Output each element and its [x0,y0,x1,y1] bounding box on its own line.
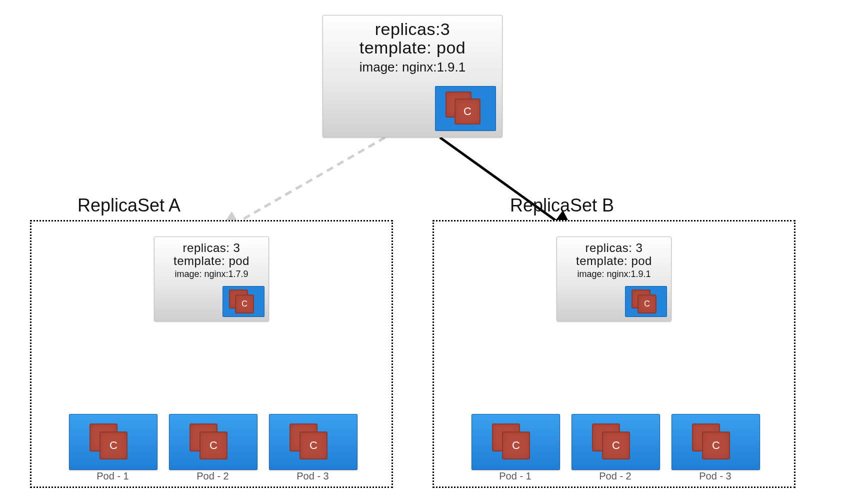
rsb-template-label: template: pod [557,254,671,268]
rsa-pod-1-label: Pod - 1 [69,470,156,482]
container-icon-front: C [502,432,530,460]
replicaset-b-group: replicas: 3 template: pod image: nginx:1… [432,220,796,488]
container-icon-front: C [602,432,630,460]
rsb-pod-3: C [672,414,760,470]
rsa-pod-3: C [269,414,358,470]
container-icon: C [632,290,662,314]
container-icon-front: C [235,294,254,314]
container-icon: C [446,92,486,126]
diagram-stage: replicas:3 template: pod image: nginx:1.… [0,0,868,503]
deployment-pod-plate: C [435,86,496,131]
rsa-replicas-label: replicas: 3 [154,241,268,255]
rsa-pod-1: C [69,414,158,470]
rsa-pod-plate: C [222,286,264,317]
deployment-image-label: image: nginx:1.9.1 [323,60,502,75]
rsa-pod-2-label: Pod - 2 [169,470,256,482]
replicaset-b-title: ReplicaSet B [510,195,614,216]
svg-line-0 [220,138,385,232]
replicaset-a-title: ReplicaSet A [78,195,180,216]
deployment-template-label: template: pod [323,38,502,58]
replicaset-b-spec-card: replicas: 3 template: pod image: nginx:1… [556,236,672,322]
rsa-image-label: image: nginx:1.7.9 [154,269,268,280]
container-icon: C [190,424,234,458]
container-icon-front: C [300,432,328,460]
container-icon: C [492,424,537,458]
rsb-pod-plate: C [625,286,667,317]
container-icon: C [90,424,134,458]
deployment-card: replicas:3 template: pod image: nginx:1.… [322,15,502,138]
container-icon-front: C [638,294,656,314]
rsb-pod-2-label: Pod - 2 [572,470,659,482]
container-icon-front: C [200,432,228,460]
svg-line-1 [440,138,572,232]
container-icon: C [290,424,334,458]
rsa-template-label: template: pod [154,254,268,268]
replicaset-a-spec-card: replicas: 3 template: pod image: nginx:1… [154,236,269,322]
deployment-replicas-label: replicas:3 [323,20,502,39]
replicaset-a-group: replicas: 3 template: pod image: nginx:1… [30,220,393,488]
rsb-image-label: image: nginx:1.9.1 [557,269,671,280]
container-icon-front: C [454,98,480,124]
rsb-pod-2: C [572,414,660,470]
rsb-pod-1-label: Pod - 1 [472,470,559,482]
container-icon: C [229,290,259,314]
container-icon-front: C [100,432,128,460]
rsb-pod-1: C [472,414,560,470]
container-icon-front: C [702,432,730,460]
container-icon: C [592,424,637,458]
container-icon: C [692,424,737,458]
rsb-pod-3-label: Pod - 3 [672,470,759,482]
rsb-replicas-label: replicas: 3 [557,241,671,255]
rsa-pod-2: C [169,414,258,470]
rsa-pod-3-label: Pod - 3 [269,470,356,482]
